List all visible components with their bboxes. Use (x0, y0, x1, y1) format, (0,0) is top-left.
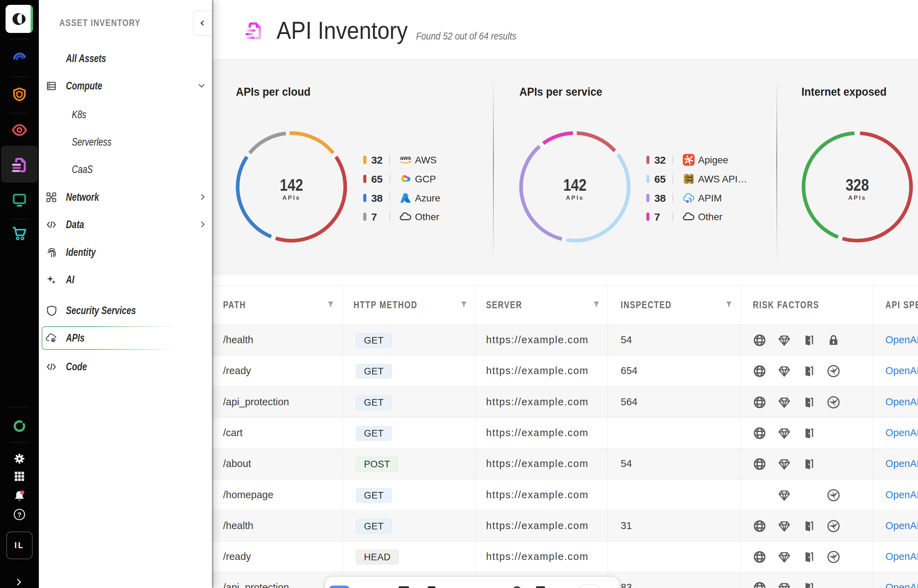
svg-text:?: ? (17, 511, 21, 519)
svg-text:aws: aws (400, 155, 411, 161)
